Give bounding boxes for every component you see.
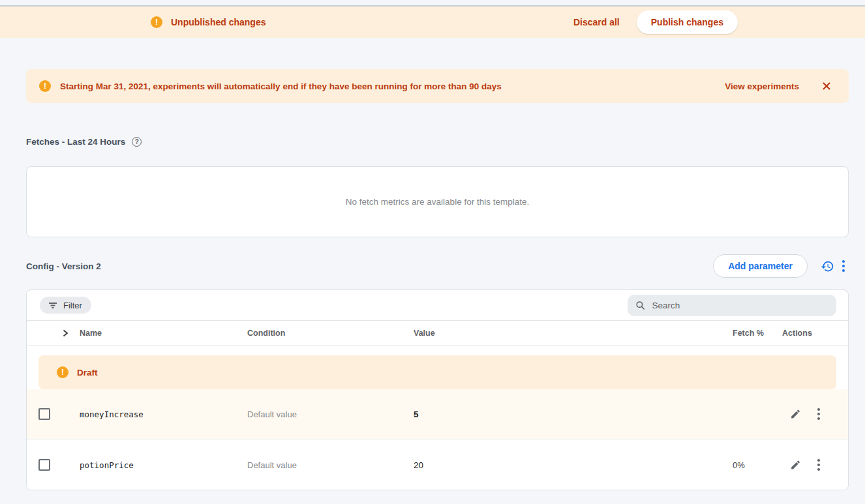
- warning-icon: !: [151, 16, 162, 28]
- parameter-condition: Default value: [247, 409, 297, 419]
- parameter-value: 5: [414, 409, 419, 419]
- parameter-name: potionPrice: [80, 460, 134, 469]
- warning-icon: !: [39, 80, 51, 92]
- search-box: [628, 295, 836, 316]
- table-row: potionPrice Default value 20 0%: [27, 439, 848, 490]
- parameter-name: moneyIncrease: [80, 409, 144, 419]
- row-checkbox[interactable]: [38, 408, 50, 420]
- config-title: Config - Version 2: [26, 261, 101, 271]
- unpublished-changes-label: Unpublished changes: [171, 17, 266, 27]
- publish-changes-button[interactable]: Publish changes: [637, 10, 738, 34]
- chevron-right-icon: [61, 329, 70, 338]
- search-input[interactable]: [652, 301, 828, 310]
- column-header-value: Value: [414, 329, 435, 338]
- table-header-row: Name Condition Value Fetch % Actions: [27, 321, 848, 346]
- unpublished-changes-status: ! Unpublished changes: [151, 16, 266, 28]
- column-header-actions: Actions: [782, 329, 812, 338]
- edit-parameter-button[interactable]: [786, 455, 805, 474]
- parameters-table: Filter Name Condition Value Fetch % Act: [26, 289, 849, 490]
- top-strip: [0, 0, 865, 7]
- config-overflow-menu-button[interactable]: [838, 256, 849, 276]
- fetches-card: No fetch metrics are available for this …: [26, 166, 849, 237]
- row-checkbox[interactable]: [38, 459, 50, 471]
- discard-all-button[interactable]: Discard all: [567, 12, 626, 33]
- history-icon: [821, 259, 834, 273]
- fetches-section-header: Fetches - Last 24 Hours ?: [26, 137, 849, 147]
- warning-icon: !: [57, 366, 68, 378]
- parameter-value: 20: [414, 460, 423, 469]
- filter-chip[interactable]: Filter: [40, 297, 91, 314]
- add-parameter-button[interactable]: Add parameter: [713, 254, 808, 278]
- help-icon[interactable]: ?: [132, 137, 142, 147]
- fetches-title: Fetches - Last 24 Hours: [26, 137, 125, 147]
- more-vert-icon: [817, 459, 820, 471]
- row-overflow-menu-button[interactable]: [813, 455, 824, 475]
- draft-section-banner: ! Draft: [38, 355, 836, 389]
- filter-label: Filter: [63, 301, 82, 310]
- view-experiments-button[interactable]: View experiments: [720, 78, 804, 95]
- close-icon: [821, 81, 832, 91]
- experiments-banner: ! Starting Mar 31, 2021, experiments wil…: [26, 69, 849, 103]
- row-overflow-menu-button[interactable]: [813, 404, 824, 424]
- table-row: moneyIncrease Default value 5: [27, 389, 848, 439]
- draft-label: Draft: [77, 368, 98, 378]
- experiments-banner-message: Starting Mar 31, 2021, experiments will …: [60, 82, 502, 91]
- column-header-name: Name: [80, 329, 102, 338]
- close-banner-button[interactable]: [819, 78, 834, 94]
- column-header-condition: Condition: [247, 329, 285, 338]
- table-toolbar: Filter: [27, 290, 848, 321]
- column-header-fetch: Fetch %: [733, 329, 764, 338]
- version-history-button[interactable]: [817, 256, 838, 277]
- search-icon: [635, 300, 646, 311]
- edit-parameter-button[interactable]: [786, 405, 805, 424]
- config-section-header: Config - Version 2 Add parameter: [26, 254, 849, 278]
- fetches-empty-message: No fetch metrics are available for this …: [346, 197, 529, 207]
- filter-icon: [48, 300, 58, 310]
- more-vert-icon: [817, 408, 820, 420]
- parameter-condition: Default value: [247, 460, 297, 469]
- fetch-percent: 0%: [733, 460, 745, 469]
- more-vert-icon: [842, 260, 845, 272]
- edit-pencil-icon: [790, 459, 801, 470]
- expand-all-button[interactable]: [59, 327, 71, 339]
- unpublished-changes-bar: ! Unpublished changes Discard all Publis…: [0, 7, 865, 38]
- edit-pencil-icon: [790, 409, 801, 420]
- main-content: ! Starting Mar 31, 2021, experiments wil…: [0, 69, 865, 490]
